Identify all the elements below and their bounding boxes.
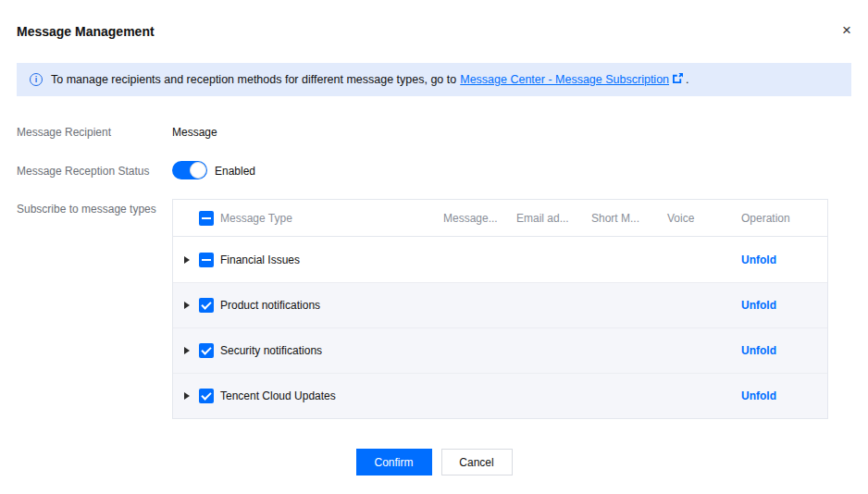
page-title: Message Management: [17, 24, 155, 39]
reception-status-toggle[interactable]: [172, 161, 207, 179]
message-types-table: Message Type Message... Email ad... Shor…: [172, 199, 828, 419]
info-banner: i To manage recipients and reception met…: [17, 63, 851, 96]
header-label-operation: Operation: [741, 212, 827, 225]
close-icon[interactable]: ×: [842, 22, 851, 38]
message-subscription-link[interactable]: Message Center - Message Subscription: [460, 73, 669, 86]
cancel-button[interactable]: Cancel: [441, 449, 513, 475]
header-label-message-type: Message Type: [220, 212, 292, 225]
reception-status-label: Message Reception Status: [17, 165, 149, 178]
table-row: Financial Issues Unfold: [173, 237, 827, 282]
reception-status-value: Enabled: [215, 165, 255, 178]
banner-text-period: .: [686, 73, 688, 86]
header-cell-message-type: Message Type: [173, 211, 443, 226]
header-label-message: Message...: [443, 212, 516, 225]
banner-text: To manage recipients and reception metho…: [51, 73, 456, 86]
confirm-button[interactable]: Confirm: [356, 449, 432, 475]
recipient-value: Message: [172, 126, 217, 139]
row-checkbox[interactable]: [199, 343, 214, 358]
info-icon: i: [30, 73, 43, 86]
row-cell-main: Product notifications: [173, 298, 443, 313]
expand-arrow-icon[interactable]: [184, 347, 190, 354]
dialog-footer: Confirm Cancel: [0, 449, 868, 475]
toggle-knob-icon: [190, 162, 206, 179]
expand-arrow-icon[interactable]: [184, 256, 190, 264]
external-link-icon: [673, 73, 683, 86]
unfold-link[interactable]: Unfold: [741, 389, 776, 402]
table-row: Tencent Cloud Updates Unfold: [173, 373, 827, 418]
recipient-label: Message Recipient: [17, 126, 111, 139]
expand-arrow-icon[interactable]: [184, 302, 190, 309]
header-label-email: Email ad...: [516, 212, 591, 225]
expand-arrow-icon[interactable]: [184, 392, 190, 400]
row-checkbox[interactable]: [199, 298, 214, 313]
header-label-voice: Voice: [667, 212, 741, 225]
row-label: Financial Issues: [220, 253, 300, 266]
row-label: Tencent Cloud Updates: [220, 389, 336, 402]
table-header-row: Message Type Message... Email ad... Shor…: [173, 200, 827, 237]
select-all-checkbox[interactable]: [199, 211, 214, 226]
row-checkbox[interactable]: [199, 389, 214, 403]
unfold-link[interactable]: Unfold: [741, 344, 776, 357]
row-cell-main: Security notifications: [173, 343, 443, 358]
row-label: Security notifications: [220, 344, 322, 357]
row-cell-main: Tencent Cloud Updates: [173, 389, 443, 403]
unfold-link[interactable]: Unfold: [741, 299, 776, 312]
row-cell-main: Financial Issues: [173, 253, 443, 267]
header-label-short: Short M...: [591, 212, 667, 225]
unfold-link[interactable]: Unfold: [741, 253, 776, 266]
row-checkbox[interactable]: [199, 253, 214, 267]
message-management-dialog: Message Management × i To manage recipie…: [0, 0, 868, 494]
table-row: Security notifications Unfold: [173, 327, 827, 373]
subscribe-types-label: Subscribe to message types: [17, 203, 156, 216]
table-row: Product notifications Unfold: [173, 282, 827, 327]
row-label: Product notifications: [220, 299, 320, 312]
